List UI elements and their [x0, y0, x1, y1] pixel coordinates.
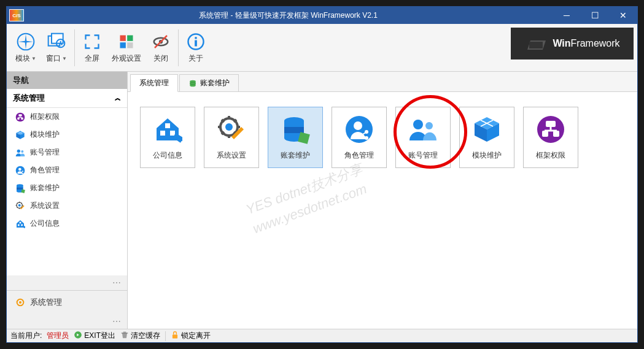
- tile-purple-orb[interactable]: 框架权限: [523, 107, 578, 168]
- separator: [74, 29, 75, 66]
- lock-icon: [171, 331, 179, 341]
- database-icon: [281, 115, 310, 144]
- tile-gear-pencil[interactable]: 系统设置: [204, 107, 259, 168]
- tab-0[interactable]: 系统管理: [130, 74, 178, 92]
- brand-logo: WinFramework: [511, 28, 634, 59]
- status-exit[interactable]: EXIT登出: [74, 331, 115, 341]
- tile-label: 账号管理: [408, 150, 438, 161]
- info-icon: [186, 32, 206, 52]
- close-button[interactable]: ✕: [609, 7, 637, 24]
- toolbar: 模块▼ 窗口▼ 全屏 外观设置 关闭 关于 WinFramework: [7, 24, 637, 72]
- status-clear-cache[interactable]: 清空缓存: [120, 331, 160, 341]
- tab-label: 账套维护: [200, 78, 230, 88]
- tile-label: 角色管理: [344, 150, 374, 161]
- svg-rect-41: [529, 42, 543, 48]
- gear-pencil-icon: [15, 201, 25, 211]
- nav-footer-sysmanage[interactable]: 系统管理: [7, 291, 127, 314]
- nav-ellipsis[interactable]: ⋯: [7, 314, 127, 329]
- people-icon: [15, 148, 25, 158]
- tile-person-share[interactable]: 角色管理: [332, 107, 387, 168]
- content-area: 导航 系统管理 ︽ 框架权限模块维护账号管理角色管理账套维护系统设置公司信息 ⋯…: [7, 72, 637, 329]
- tile-people[interactable]: 账号管理: [395, 107, 451, 168]
- titlebar: C/S 系统管理 - 轻量级可快速开发框架 WinFramework V2.1 …: [7, 7, 637, 24]
- main-panel: 系统管理账套维护 公司信息系统设置账套维护角色管理账号管理模块维护框架权限: [128, 72, 637, 329]
- nav-header: 导航: [7, 72, 127, 89]
- separator: [178, 29, 179, 66]
- toolbar-window[interactable]: 窗口▼: [41, 29, 72, 66]
- fullscreen-icon: [82, 32, 102, 52]
- separator: [165, 331, 166, 341]
- nav-footer: 系统管理 ⋯: [7, 290, 127, 329]
- minimize-button[interactable]: ─: [553, 7, 581, 24]
- database-icon: [188, 79, 197, 88]
- compass-icon: [16, 32, 36, 52]
- blue-cube-icon: [15, 130, 25, 140]
- tab-bar: 系统管理账套维护: [128, 72, 637, 92]
- exit-icon: [74, 331, 82, 341]
- tile-label: 账套维护: [281, 150, 310, 161]
- sidebar-item-2[interactable]: 账号管理: [7, 144, 127, 161]
- purple-orb-icon: [15, 112, 25, 122]
- tile-database[interactable]: 账套维护: [268, 107, 323, 168]
- chevron-up-icon: ︽: [115, 94, 121, 102]
- sidebar-item-5[interactable]: 系统设置: [7, 197, 127, 215]
- dropdown-icon: ▼: [31, 56, 36, 61]
- tile-label: 模块维护: [472, 150, 502, 161]
- database-icon: [15, 183, 25, 193]
- window-title: 系统管理 - 轻量级可快速开发框架 WinFramework V2.1: [24, 10, 553, 21]
- sidebar: 导航 系统管理 ︽ 框架权限模块维护账号管理角色管理账套维护系统设置公司信息 ⋯…: [7, 72, 128, 329]
- sidebar-item-1[interactable]: 模块维护: [7, 126, 127, 144]
- person-share-icon: [344, 115, 374, 144]
- statusbar: 当前用户: 管理员 EXIT登出 清空缓存 锁定离开: [7, 329, 637, 342]
- tab-label: 系统管理: [139, 78, 169, 88]
- house-icon: [153, 115, 182, 144]
- sidebar-item-6[interactable]: 公司信息: [7, 215, 127, 232]
- tile-house[interactable]: 公司信息: [140, 107, 195, 168]
- app-window: C/S 系统管理 - 轻量级可快速开发框架 WinFramework V2.1 …: [6, 6, 638, 343]
- blue-cube-icon: [472, 115, 502, 144]
- nav-item-label: 框架权限: [30, 112, 60, 122]
- nav-ellipsis[interactable]: ⋯: [7, 275, 127, 290]
- maximize-button[interactable]: ☐: [581, 7, 609, 24]
- toolbar-about[interactable]: 关于: [181, 29, 211, 66]
- tile-grid: 公司信息系统设置账套维护角色管理账号管理模块维护框架权限: [128, 92, 637, 183]
- nav-item-label: 公司信息: [30, 218, 60, 229]
- gear-pencil-icon: [217, 115, 246, 144]
- app-icon: C/S: [9, 9, 24, 21]
- nav-item-label: 账号管理: [30, 147, 60, 158]
- status-user-label: 当前用户:: [10, 331, 42, 341]
- status-user-value: 管理员: [47, 331, 69, 341]
- toolbar-appearance[interactable]: 外观设置: [107, 29, 146, 66]
- purple-orb-icon: [536, 115, 565, 144]
- toolbar-close[interactable]: 关闭: [146, 29, 176, 66]
- nav-item-label: 角色管理: [30, 165, 60, 175]
- status-lock[interactable]: 锁定离开: [171, 331, 211, 341]
- toolbar-module[interactable]: 模块▼: [10, 29, 41, 66]
- windows-icon: [47, 32, 66, 52]
- tile-label: 系统设置: [217, 150, 246, 161]
- person-share-icon: [15, 166, 25, 175]
- nav-item-label: 系统设置: [30, 201, 60, 211]
- tab-1[interactable]: 账套维护: [179, 74, 239, 91]
- toolbar-fullscreen[interactable]: 全屏: [77, 29, 107, 66]
- nav-section-header[interactable]: 系统管理 ︽: [7, 89, 127, 108]
- nav-items-list: 框架权限模块维护账号管理角色管理账套维护系统设置公司信息: [7, 108, 127, 275]
- gear-icon: [15, 297, 25, 307]
- sidebar-item-4[interactable]: 账套维护: [7, 179, 127, 197]
- sidebar-item-0[interactable]: 框架权限: [7, 108, 127, 126]
- dropdown-icon: ▼: [62, 56, 67, 61]
- trash-icon: [120, 331, 129, 341]
- house-icon: [15, 219, 25, 229]
- tile-blue-cube[interactable]: 模块维护: [459, 107, 514, 168]
- close-eye-icon: [151, 32, 171, 52]
- tile-label: 公司信息: [153, 150, 182, 161]
- nav-item-label: 模块维护: [30, 129, 60, 140]
- palette-icon: [117, 32, 136, 52]
- nav-item-label: 账套维护: [30, 183, 60, 193]
- tile-label: 框架权限: [536, 150, 565, 161]
- sidebar-item-3[interactable]: 角色管理: [7, 161, 127, 179]
- people-icon: [408, 115, 438, 144]
